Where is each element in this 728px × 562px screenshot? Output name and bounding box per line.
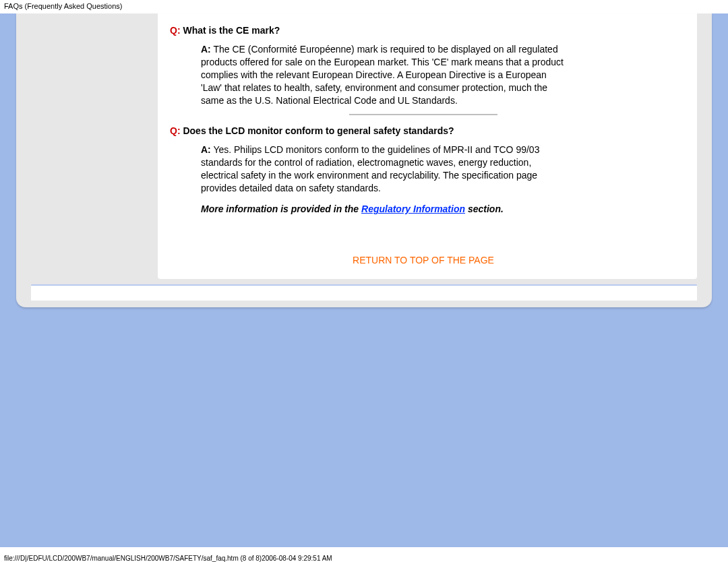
faq-answer-2: A: Yes. Philips LCD monitors conform to … xyxy=(201,144,565,195)
a-text: Yes. Philips LCD monitors conform to the… xyxy=(201,144,539,193)
page-header-strip: FAQs (Frequently Asked Questions) xyxy=(0,0,728,12)
faq-question-1: Q: What is the CE mark? xyxy=(170,24,677,36)
footer-file-path: file:///D|/EDFU/LCD/200WB7/manual/ENGLIS… xyxy=(0,555,332,562)
q-prefix: Q: xyxy=(170,125,181,136)
return-to-top-link[interactable]: RETURN TO TOP OF THE PAGE xyxy=(353,255,494,266)
separator xyxy=(349,114,497,115)
a-prefix: A: xyxy=(201,44,211,55)
bottom-bar xyxy=(31,286,697,301)
a-text: The CE (Conformité Européenne) mark is r… xyxy=(201,44,564,106)
faq-answer-1: A: The CE (Conformité Européenne) mark i… xyxy=(201,43,565,106)
q-text: What is the CE mark? xyxy=(181,25,280,36)
q-prefix: Q: xyxy=(170,25,181,36)
content-panel: Q: What is the CE mark? A: The CE (Confo… xyxy=(158,13,697,279)
more-info-post: section. xyxy=(465,204,504,214)
more-info-line: More information is provided in the Regu… xyxy=(201,204,677,214)
faq-question-2: Q: Does the LCD monitor conform to gener… xyxy=(170,125,677,137)
regulatory-information-link[interactable]: Regulatory Information xyxy=(361,204,465,214)
return-top-container: RETURN TO TOP OF THE PAGE xyxy=(170,255,677,266)
outer-background: Q: What is the CE mark? A: The CE (Confo… xyxy=(0,13,728,547)
more-info-pre: More information is provided in the xyxy=(201,204,361,214)
gray-panel: Q: What is the CE mark? A: The CE (Confo… xyxy=(16,13,712,307)
q-text: Does the LCD monitor conform to general … xyxy=(181,125,454,136)
a-prefix: A: xyxy=(201,144,211,155)
